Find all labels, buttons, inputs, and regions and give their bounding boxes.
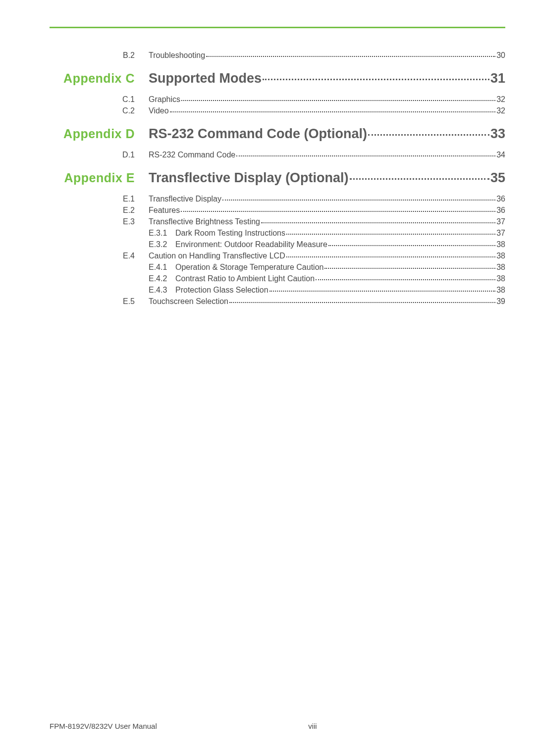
section-title: Video: [149, 105, 169, 116]
footer-manual-name: FPM-8192V/8232V User Manual: [50, 722, 157, 730]
section-title: E.3.1Dark Room Testing Instructions: [149, 227, 285, 239]
page-number: 36: [496, 204, 505, 216]
toc-entry-row: D.1RS-232 Command Code 34: [50, 149, 505, 160]
section-label: E.2: [123, 206, 135, 214]
section-title: RS-232 Command Code: [149, 149, 235, 160]
section-label: E.1: [123, 195, 135, 203]
subsection-title-text: Operation & Storage Temperature Caution: [175, 263, 323, 271]
page-number: 38: [496, 273, 505, 284]
section-title: Touchscreen Selection: [149, 296, 228, 307]
toc-appendix-row: Appendix DRS-232 Command Code (Optional)…: [50, 126, 505, 142]
page-number: 36: [496, 193, 505, 204]
section-title: Transflective Brightness Testing: [149, 216, 260, 227]
subsection-title-text: Environment: Outdoor Readability Measure: [175, 240, 327, 249]
toc-appendix-row: Appendix ETransflective Display (Optiona…: [50, 170, 505, 186]
leader-dots: [368, 134, 489, 136]
page-number: 38: [496, 284, 505, 296]
page-number: 38: [496, 239, 505, 250]
page-number: 30: [496, 50, 505, 61]
page-number: 39: [496, 296, 505, 307]
page-number: 38: [496, 250, 505, 261]
section-title: Transflective Display: [149, 193, 221, 204]
toc-appendix-row: Appendix CSupported Modes 31: [50, 71, 505, 86]
section-title: E.4.2Contrast Ratio to Ambient Light Cau…: [149, 273, 315, 284]
subsection-title-text: Contrast Ratio to Ambient Light Caution: [175, 274, 315, 283]
section-label: D.1: [122, 151, 135, 159]
subsection-number: E.3.2: [149, 239, 175, 250]
leader-dots: [229, 302, 495, 303]
section-title: Troubleshooting: [149, 50, 205, 61]
leader-dots: [181, 211, 495, 212]
page-number: 32: [496, 94, 505, 105]
footer-page-number: viii: [157, 722, 505, 730]
appendix-title: Transflective Display (Optional): [149, 170, 349, 186]
toc-entry-row: E.3.1Dark Room Testing Instructions 37: [50, 227, 505, 239]
leader-dots: [324, 268, 495, 269]
leader-dots: [316, 279, 495, 280]
section-label: E.5: [123, 297, 135, 305]
subsection-title-text: Protection Glass Selection: [175, 286, 268, 294]
appendix-label: Appendix C: [63, 71, 135, 85]
leader-dots: [286, 256, 496, 257]
leader-dots: [269, 291, 496, 292]
toc-entry-row: E.4Caution on Handling Transflective LCD…: [50, 250, 505, 261]
leader-dots: [286, 234, 495, 235]
page-number: 38: [496, 261, 505, 273]
section-title: Features: [149, 204, 180, 216]
section-title: Caution on Handling Transflective LCD: [149, 250, 285, 261]
page-number: 35: [490, 170, 505, 186]
page-number: 32: [496, 105, 505, 116]
page-number: 37: [496, 227, 505, 239]
leader-dots: [350, 178, 489, 180]
toc-entry-row: E.5Touchscreen Selection 39: [50, 296, 505, 307]
appendix-label: Appendix E: [64, 171, 135, 185]
leader-dots: [261, 222, 495, 223]
page-number: 33: [490, 126, 505, 142]
leader-dots: [170, 111, 496, 112]
toc-entry-row: E.4.3Protection Glass Selection 38: [50, 284, 505, 296]
section-label: C.1: [122, 95, 135, 103]
table-of-contents: B.2Troubleshooting 30Appendix CSupported…: [50, 50, 505, 307]
toc-entry-row: B.2Troubleshooting 30: [50, 50, 505, 61]
leader-dots: [181, 100, 495, 101]
page-number: 31: [490, 71, 505, 86]
leader-dots: [236, 155, 495, 156]
toc-entry-row: E.4.2Contrast Ratio to Ambient Light Cau…: [50, 273, 505, 284]
section-label: E.4: [123, 252, 135, 260]
header-rule: [50, 27, 505, 28]
section-title: E.4.1Operation & Storage Temperature Cau…: [149, 261, 323, 273]
page-footer: FPM-8192V/8232V User Manual viii: [50, 722, 505, 730]
toc-entry-row: C.1Graphics 32: [50, 94, 505, 105]
section-label: B.2: [123, 51, 135, 59]
leader-dots: [222, 200, 495, 201]
subsection-title-text: Dark Room Testing Instructions: [175, 229, 285, 237]
leader-dots: [263, 79, 489, 80]
appendix-label: Appendix D: [63, 127, 135, 141]
section-title: E.4.3Protection Glass Selection: [149, 284, 268, 296]
leader-dots: [206, 56, 495, 57]
section-title: Graphics: [149, 94, 180, 105]
appendix-title: RS-232 Command Code (Optional): [149, 126, 367, 142]
subsection-number: E.3.1: [149, 227, 175, 239]
appendix-title: Supported Modes: [149, 71, 262, 86]
section-label: E.3: [123, 217, 135, 226]
toc-entry-row: E.4.1Operation & Storage Temperature Cau…: [50, 261, 505, 273]
subsection-number: E.4.2: [149, 273, 175, 284]
toc-entry-row: E.1Transflective Display 36: [50, 193, 505, 204]
section-title: E.3.2Environment: Outdoor Readability Me…: [149, 239, 327, 250]
subsection-number: E.4.1: [149, 261, 175, 273]
toc-entry-row: E.3Transflective Brightness Testing 37: [50, 216, 505, 227]
page-number: 34: [496, 149, 505, 160]
leader-dots: [328, 245, 495, 246]
page-number: 37: [496, 216, 505, 227]
subsection-number: E.4.3: [149, 284, 175, 296]
toc-entry-row: E.2Features 36: [50, 204, 505, 216]
toc-entry-row: C.2Video 32: [50, 105, 505, 116]
section-label: C.2: [122, 106, 135, 115]
toc-entry-row: E.3.2Environment: Outdoor Readability Me…: [50, 239, 505, 250]
